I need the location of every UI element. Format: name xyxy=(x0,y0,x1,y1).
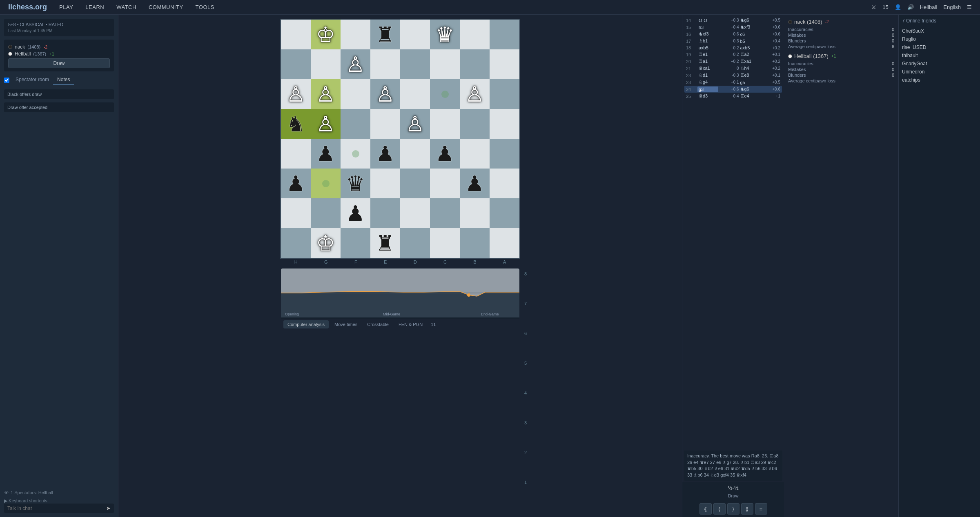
puzzles-icon[interactable]: ⚔ xyxy=(871,4,876,10)
chess-cell-r3-c4[interactable]: ♙ xyxy=(400,109,430,139)
chess-cell-r2-c0[interactable]: ♙ xyxy=(281,79,311,109)
black-move-17[interactable]: b5 xyxy=(739,38,760,44)
chess-cell-r0-c3[interactable]: ♜ xyxy=(370,20,400,49)
white-move-18[interactable]: axb5 xyxy=(697,45,718,51)
nav-tools[interactable]: TOOLS xyxy=(196,4,214,10)
tab-notes[interactable]: Notes xyxy=(53,75,74,85)
go-prev-button[interactable]: ⟨ xyxy=(713,503,726,515)
chess-cell-r0-c7[interactable] xyxy=(490,20,519,49)
chess-cell-r6-c7[interactable] xyxy=(490,198,519,228)
black-move-14[interactable]: ♞g6 xyxy=(739,17,760,23)
tab-crosstable[interactable]: Crosstable xyxy=(363,320,393,328)
black-move-23[interactable]: ♖e8 xyxy=(739,72,760,78)
tab-move-times[interactable]: Move times xyxy=(330,320,361,328)
black-move-16[interactable]: c6 xyxy=(739,31,760,37)
username[interactable]: Hellball xyxy=(920,4,938,10)
go-last-button[interactable]: ⟫ xyxy=(741,503,753,515)
chess-cell-r0-c5[interactable]: ♛ xyxy=(430,20,460,49)
white-move-14[interactable]: O-O xyxy=(697,18,718,23)
black-move-24[interactable]: ♞g6 xyxy=(739,86,760,92)
friend-item-eatchips[interactable]: eatchips xyxy=(902,76,977,84)
white-move-17[interactable]: ♗b1 xyxy=(697,38,718,44)
chess-cell-r0-c2[interactable] xyxy=(341,20,370,49)
chess-cell-r6-c1[interactable] xyxy=(311,198,341,228)
nav-learn[interactable]: LEARN xyxy=(85,4,104,10)
white-move-21[interactable]: ♛xa1 xyxy=(697,65,718,71)
nav-watch[interactable]: WATCH xyxy=(116,4,136,10)
black-move-20[interactable]: ♖xa1 xyxy=(739,58,760,64)
chess-cell-r3-c0[interactable]: ♞ xyxy=(281,109,311,139)
nav-play[interactable]: PLAY xyxy=(59,4,73,10)
keyboard-shortcuts-toggle[interactable]: ▶ Keyboard shortcuts xyxy=(4,498,114,504)
tab-fen-pgn[interactable]: FEN & PGN xyxy=(394,320,427,328)
chess-cell-r4-c1[interactable]: ♟ xyxy=(311,139,341,169)
white-move-23[interactable]: ♘d1 xyxy=(697,72,718,78)
chess-cell-r1-c1[interactable] xyxy=(311,49,341,79)
chess-cell-r2-c5[interactable] xyxy=(430,79,460,109)
chess-cell-r6-c6[interactable] xyxy=(460,198,490,228)
profile-icon[interactable]: 👤 xyxy=(895,4,901,10)
chess-cell-r3-c7[interactable] xyxy=(490,109,519,139)
chess-cell-r5-c5[interactable] xyxy=(430,169,460,198)
chess-cell-r2-c7[interactable] xyxy=(490,79,519,109)
chess-cell-r1-c6[interactable] xyxy=(460,49,490,79)
chess-cell-r1-c0[interactable] xyxy=(281,49,311,79)
chess-cell-r2-c1[interactable]: ♙ xyxy=(311,79,341,109)
chess-cell-r1-c2[interactable]: ♙ xyxy=(341,49,370,79)
chess-cell-r7-c2[interactable] xyxy=(341,228,370,258)
white-move-24[interactable]: g3 xyxy=(697,87,718,92)
sound-icon[interactable]: 🔊 xyxy=(907,4,914,10)
chess-cell-r1-c3[interactable] xyxy=(370,49,400,79)
chess-cell-r4-c0[interactable] xyxy=(281,139,311,169)
chess-cell-r0-c6[interactable] xyxy=(460,20,490,49)
chess-cell-r6-c5[interactable] xyxy=(430,198,460,228)
chess-cell-r0-c0[interactable] xyxy=(281,20,311,49)
spectator-room-checkbox[interactable] xyxy=(4,78,9,83)
white-move-19[interactable]: ♖e1 xyxy=(697,51,718,58)
white-move-20[interactable]: ♖a1 xyxy=(697,58,718,64)
chat-input[interactable] xyxy=(7,506,104,511)
menu-button[interactable]: ≡ xyxy=(755,503,767,515)
chess-cell-r2-c3[interactable]: ♙ xyxy=(370,79,400,109)
chess-cell-r1-c4[interactable] xyxy=(400,49,430,79)
chess-cell-r6-c4[interactable] xyxy=(400,198,430,228)
tab-computer-analysis[interactable]: Computer analysis xyxy=(283,320,329,328)
chess-cell-r0-c4[interactable] xyxy=(400,20,430,49)
chess-cell-r4-c5[interactable]: ♟ xyxy=(430,139,460,169)
chess-cell-r3-c6[interactable] xyxy=(460,109,490,139)
chess-cell-r1-c7[interactable] xyxy=(490,49,519,79)
chess-cell-r4-c6[interactable] xyxy=(460,139,490,169)
chess-board[interactable]: ♔♜♛♙♙♙♙♙♞♙♙♟♟♟♟♛♟♟♔♜ xyxy=(280,19,520,259)
chess-cell-r3-c5[interactable] xyxy=(430,109,460,139)
go-next-button[interactable]: ⟩ xyxy=(727,503,739,515)
language-selector[interactable]: English xyxy=(943,4,961,10)
chess-cell-r1-c5[interactable] xyxy=(430,49,460,79)
chess-cell-r2-c6[interactable]: ♙ xyxy=(460,79,490,109)
chess-cell-r0-c1[interactable]: ♔ xyxy=(311,20,341,49)
friend-item-rise_used[interactable]: rise_USED xyxy=(902,43,977,51)
chess-cell-r2-c4[interactable] xyxy=(400,79,430,109)
chess-cell-r7-c3[interactable]: ♜ xyxy=(370,228,400,258)
white-move-16[interactable]: ♞xf3 xyxy=(697,31,718,37)
friend-item-cheisuux[interactable]: CheiSuuX xyxy=(902,27,977,35)
black-move-19[interactable]: ♖a2 xyxy=(739,51,760,58)
chess-cell-r6-c2[interactable]: ♟ xyxy=(341,198,370,228)
chess-cell-r5-c0[interactable]: ♟ xyxy=(281,169,311,198)
black-move-21[interactable]: ♘h4 xyxy=(739,65,760,71)
black-move-23[interactable]: g5 xyxy=(739,80,760,85)
friend-item-unihedron[interactable]: Unihedron xyxy=(902,68,977,76)
chess-cell-r5-c7[interactable] xyxy=(490,169,519,198)
black-move-25[interactable]: ♖e4 xyxy=(739,93,760,99)
chess-cell-r7-c7[interactable] xyxy=(490,228,519,258)
chess-cell-r5-c1[interactable] xyxy=(311,169,341,198)
chess-cell-r7-c1[interactable]: ♔ xyxy=(311,228,341,258)
black-move-15[interactable]: ♞xf3 xyxy=(739,24,760,30)
white-move-25[interactable]: ♛d3 xyxy=(697,93,718,99)
white-move-23[interactable]: ♘g4 xyxy=(697,79,718,85)
chess-cell-r5-c4[interactable] xyxy=(400,169,430,198)
tab-spectator-room[interactable]: Spectator room xyxy=(11,75,53,85)
hamburger-menu-icon[interactable]: ☰ xyxy=(967,4,972,10)
chess-cell-r7-c0[interactable] xyxy=(281,228,311,258)
chess-cell-r3-c1[interactable]: ♙ xyxy=(311,109,341,139)
chess-cell-r4-c4[interactable] xyxy=(400,139,430,169)
